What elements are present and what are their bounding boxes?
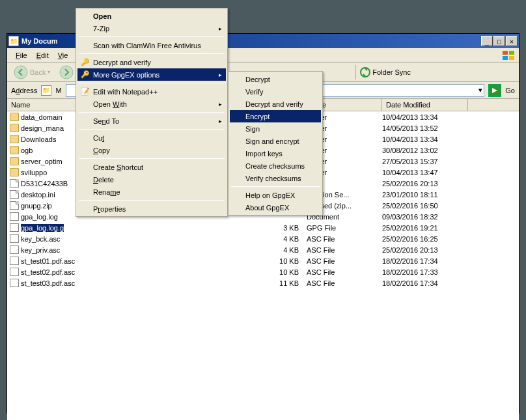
- file-date: 10/04/2013 13:47: [382, 169, 468, 176]
- address-icon: 📁: [41, 85, 51, 96]
- go-button[interactable]: [488, 84, 501, 97]
- sub-create-checksums[interactable]: Create checksums: [230, 160, 321, 172]
- folder-icon: [10, 157, 19, 165]
- sub-sign[interactable]: Sign: [230, 122, 321, 135]
- svg-rect-3: [509, 56, 514, 60]
- file-icon: [10, 201, 19, 210]
- maximize-button[interactable]: □: [493, 36, 505, 46]
- file-name: ogb: [21, 147, 33, 154]
- svg-rect-1: [509, 51, 514, 55]
- address-dropdown-icon[interactable]: ▾: [478, 86, 482, 94]
- ctx-rename[interactable]: Rename: [77, 186, 226, 198]
- file-size: 10 KB: [92, 257, 307, 265]
- file-name: sviluppo: [21, 169, 47, 176]
- forward-icon: [59, 65, 74, 79]
- sub-sign-encrypt[interactable]: Sign and encrypt: [230, 135, 321, 147]
- ctx-notepad[interactable]: 📝Edit with Notepad++: [77, 85, 226, 98]
- ctx-open[interactable]: Open: [77, 10, 226, 22]
- file-date: 18/02/2016 17:33: [382, 268, 468, 276]
- file-size: 4 KB: [92, 246, 307, 254]
- folder-icon: [10, 135, 19, 143]
- submenu-arrow-icon: ▸: [219, 101, 222, 107]
- sub-verify-checksums[interactable]: Verify checksums: [230, 172, 321, 184]
- file-row[interactable]: gpa_log.log.g3 KBGPG File25/02/2016 19:2…: [7, 222, 519, 233]
- file-name: design_mana: [21, 124, 64, 132]
- notepad-icon: 📝: [80, 87, 90, 97]
- ctx-copy[interactable]: Copy: [77, 144, 226, 156]
- folder-icon: [10, 168, 19, 176]
- file-size: 10 KB: [92, 268, 307, 276]
- col-date[interactable]: Date Modified: [382, 99, 468, 111]
- file-type: ASC File: [307, 279, 382, 287]
- menu-edit[interactable]: Edit: [32, 50, 53, 61]
- file-date: 25/02/2016 20:13: [382, 246, 468, 254]
- ctx-more-gpgex[interactable]: 🔑More GpgEX options▸: [77, 68, 226, 81]
- folder-icon: [10, 113, 19, 121]
- back-button[interactable]: Back ▾: [10, 64, 54, 81]
- file-name: server_optim: [21, 158, 62, 165]
- address-label: Address: [11, 87, 37, 94]
- gpg-icon: [10, 257, 19, 265]
- file-date: 10/04/2013 13:34: [382, 113, 468, 121]
- file-date: 25/02/2016 20:13: [382, 180, 468, 188]
- sub-decrypt[interactable]: Decrypt: [230, 73, 321, 85]
- go-label: Go: [505, 87, 515, 94]
- context-menu: Open 7-Zip▸ Scan with ClamWin Free Antiv…: [76, 8, 228, 217]
- file-type: ASC File: [307, 246, 382, 254]
- file-size: 11 KB: [92, 279, 307, 287]
- file-row[interactable]: key_bck.asc4 KBASC File25/02/2016 16:25: [7, 233, 519, 244]
- sub-help[interactable]: Help on GpgEX: [230, 189, 321, 201]
- ctx-cut[interactable]: Cut: [77, 132, 226, 144]
- menu-file[interactable]: File: [11, 50, 32, 61]
- file-type: ASC File: [307, 268, 382, 276]
- windows-flag-icon: [502, 50, 515, 61]
- file-name: key_bck.asc: [21, 235, 61, 243]
- file-date: 18/02/2016 17:34: [382, 279, 468, 287]
- file-row[interactable]: key_priv.asc4 KBASC File25/02/2016 20:13: [7, 244, 519, 255]
- file-name: gnupg.zip: [21, 202, 52, 210]
- svg-rect-2: [503, 56, 508, 60]
- file-date: 14/05/2013 13:52: [382, 124, 468, 132]
- ctx-open-with[interactable]: Open With▸: [77, 98, 226, 110]
- file-date: 25/02/2016 19:21: [382, 224, 468, 232]
- ctx-decrypt-verify[interactable]: 🔑Decrypt and verify: [77, 56, 226, 68]
- minimize-button[interactable]: _: [481, 36, 493, 46]
- file-type: GPG File: [307, 224, 382, 232]
- file-date: 25/02/2016 16:50: [382, 202, 468, 210]
- ctx-7zip[interactable]: 7-Zip▸: [77, 22, 226, 35]
- folder-sync-label[interactable]: Folder Sync: [372, 68, 411, 76]
- submenu-arrow-icon: ▸: [219, 118, 222, 124]
- close-button[interactable]: ✕: [506, 36, 518, 46]
- file-name: st_test03.pdf.asc: [21, 279, 75, 287]
- file-name: desktop.ini: [21, 191, 55, 199]
- file-row[interactable]: st_test03.pdf.asc11 KBASC File18/02/2016…: [7, 277, 519, 288]
- sub-about[interactable]: About GpgEX: [230, 201, 321, 214]
- sync-icon: [359, 66, 371, 78]
- file-date: 27/05/2013 15:37: [382, 158, 468, 165]
- address-prefix: M: [55, 87, 61, 94]
- file-icon: [10, 179, 19, 188]
- file-row[interactable]: st_test02.pdf.asc10 KBASC File18/02/2016…: [7, 266, 519, 277]
- file-row[interactable]: st_test01.pdf.asc10 KBASC File18/02/2016…: [7, 255, 519, 266]
- ctx-clamwin[interactable]: Scan with ClamWin Free Antivirus: [77, 39, 226, 51]
- file-size: 4 KB: [92, 235, 307, 243]
- sub-verify[interactable]: Verify: [230, 85, 321, 98]
- file-name: Downloads: [21, 135, 56, 143]
- folder-icon: [10, 124, 19, 132]
- ctx-shortcut[interactable]: Create Shortcut: [77, 161, 226, 173]
- sub-encrypt[interactable]: Encrypt: [230, 110, 321, 122]
- submenu-arrow-icon: ▸: [219, 72, 222, 78]
- sub-import-keys[interactable]: Import keys: [230, 147, 321, 160]
- file-date: 10/04/2013 13:34: [382, 135, 468, 143]
- file-name: data_domain: [21, 113, 62, 121]
- ctx-properties[interactable]: Properties: [77, 203, 226, 215]
- ctx-send-to[interactable]: Send To▸: [77, 115, 226, 127]
- sub-decrypt-verify[interactable]: Decrypt and verify: [230, 98, 321, 110]
- ctx-delete[interactable]: Delete: [77, 173, 226, 186]
- menu-view[interactable]: Vie: [53, 50, 73, 61]
- file-type: ASC File: [307, 257, 382, 265]
- gpg-icon: [10, 212, 19, 221]
- file-date: 09/03/2016 18:32: [382, 213, 468, 221]
- svg-point-5: [60, 66, 73, 79]
- gpg-icon: [10, 245, 19, 254]
